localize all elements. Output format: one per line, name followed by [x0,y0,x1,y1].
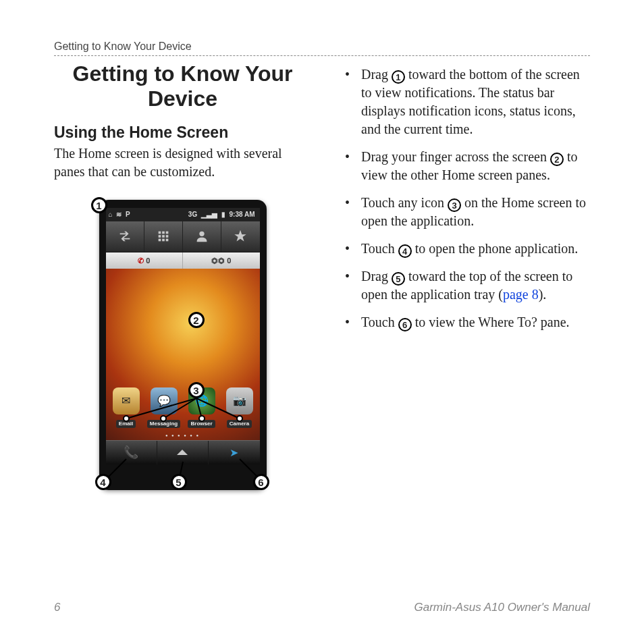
page-footer: 6 Garmin-Asus A10 Owner's Manual [54,601,590,614]
svg-rect-4 [162,235,165,238]
arrow-up-icon [177,450,188,455]
nav-tabs [106,221,260,252]
text: Drag your finger across the screen [361,149,550,164]
voicemail: ⏣⏣0 [183,252,260,269]
svg-point-9 [199,232,204,236]
handset-icon: ✆ [138,257,144,265]
left-column: Getting to Know Your Device Using the Ho… [54,61,311,497]
intro-text: The Home screen is designed with several… [54,144,311,181]
where-to-button: ➤ [209,441,259,464]
bottom-bar: 📞 ➤ [106,440,260,464]
ref-2: 2 [550,153,564,166]
app-camera: 📷 Camera [223,387,257,428]
battery-icon: ▮ [221,211,225,218]
phone-figure: ⌂ ≋ P 3G ▁▃▅ ▮ 9:38 AM [92,193,273,497]
text: ). [539,287,547,302]
page-number: 6 [54,601,60,614]
manual-title: Garmin-Asus A10 Owner's Manual [414,601,590,614]
right-column: Drag 1 toward the bottom of the screen t… [333,61,590,497]
content-columns: Getting to Know Your Device Using the Ho… [54,61,590,497]
messaging-icon: 💬 [151,387,178,414]
svg-rect-1 [162,232,165,234]
svg-rect-0 [159,232,161,234]
text: to view the Where To? pane. [412,315,570,329]
ref-1: 1 [392,70,405,84]
svg-rect-5 [166,235,169,238]
app-label: Camera [227,420,252,428]
app-messaging: 💬 Messaging [147,387,181,428]
text: Drag [361,269,392,284]
app-label: Email [116,420,136,428]
app-email: ✉ Email [109,387,143,428]
callout-2: 2 [188,312,205,328]
text: to open the phone application. [412,241,579,256]
bullet-item: Drag your finger across the screen 2 to … [333,148,590,184]
park-icon: P [126,211,130,218]
nav-arrow-icon: ➤ [230,446,238,459]
ref-4: 4 [398,244,412,258]
svg-rect-2 [166,232,169,234]
status-right: 3G ▁▃▅ ▮ 9:38 AM [188,208,257,221]
bullet-item: Touch any icon 3 on the Home screen to o… [333,194,590,230]
app-label: Browser [188,420,215,428]
ref-3: 3 [448,198,461,212]
callout-6: 6 [253,474,269,490]
status-bar: ⌂ ≋ P 3G ▁▃▅ ▮ 9:38 AM [106,208,260,221]
phone-button: 📞 [106,441,157,464]
app-tray-button [157,441,209,464]
phone-icon: 📞 [124,445,138,460]
page-link[interactable]: page 8 [503,287,539,302]
svg-rect-3 [159,235,161,238]
status-left: ⌂ ≋ P [109,208,132,221]
bullet-item: Drag 5 toward the top of the screen to o… [333,267,590,304]
ref-6: 6 [398,318,412,331]
bullet-item: Touch 6 to view the Where To? pane. [333,313,590,331]
app-row: ✉ Email 💬 Messaging 🌐 Browser 📷 Camera [106,387,260,428]
text: Touch [361,315,398,329]
voicemail-icon: ⏣⏣ [211,257,225,265]
bullet-item: Touch 4 to open the phone application. [333,240,590,258]
vm-count: 0 [227,257,231,265]
running-header: Getting to Know Your Device [54,41,590,56]
bullet-item: Drag 1 toward the bottom of the screen t… [333,65,590,138]
svg-rect-8 [166,239,169,242]
missed-count: 0 [146,257,150,265]
app-label: Messaging [147,420,180,428]
tab-contact-icon [183,221,221,252]
callout-5: 5 [171,474,187,490]
tab-star-icon [221,221,259,252]
camera-icon: 📷 [226,387,253,414]
wifi-icon: ≋ [116,211,122,218]
clock: 9:38 AM [230,211,255,218]
net-type: 3G [188,211,197,218]
text: Touch any icon [361,195,448,210]
bullet-list: Drag 1 toward the bottom of the screen t… [333,65,590,331]
section-heading: Using the Home Screen [54,124,311,142]
tab-swap-icon [106,221,144,252]
home-icon: ⌂ [109,211,113,218]
text: Touch [361,241,398,256]
page-title: Getting to Know Your Device [54,61,311,111]
phone-screen: ⌂ ≋ P 3G ▁▃▅ ▮ 9:38 AM [106,208,260,464]
missed-calls: ✆0 [106,252,184,269]
email-icon: ✉ [113,387,140,414]
callout-1: 1 [91,197,107,213]
callout-4: 4 [95,474,111,490]
text: Drag [361,67,392,82]
svg-rect-6 [159,239,161,242]
sub-bar: ✆0 ⏣⏣0 [106,252,260,269]
ref-5: 5 [392,272,405,286]
callout-3: 3 [188,382,205,398]
page-dots: ● ● ● ● ● ● [106,433,260,437]
tab-dialpad-icon [144,221,183,252]
svg-rect-7 [162,239,165,242]
signal-icon: ▁▃▅ [201,211,217,218]
